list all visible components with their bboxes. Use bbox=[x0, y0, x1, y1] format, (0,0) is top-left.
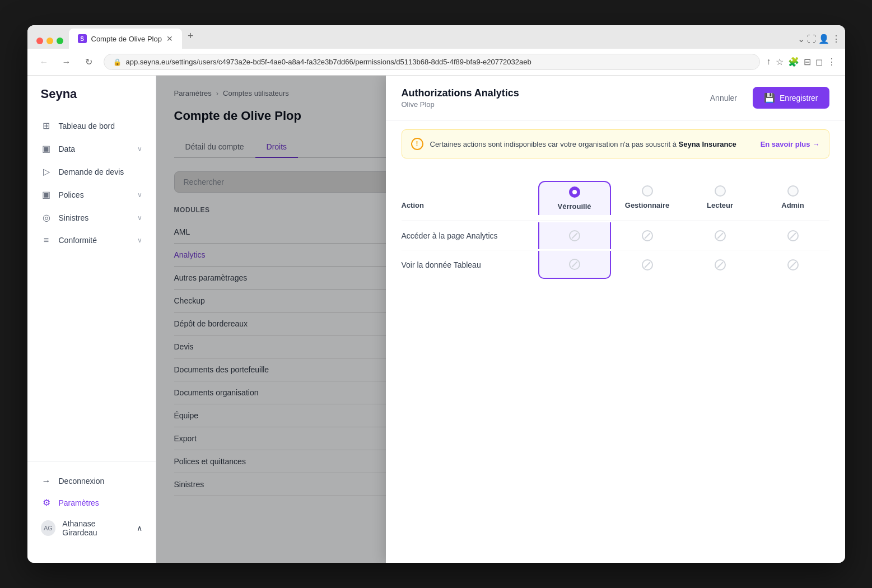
verrouille-radio-header[interactable] bbox=[569, 186, 580, 198]
row1-admin-radio[interactable] bbox=[787, 230, 799, 241]
lecteur-label: Lecteur bbox=[707, 201, 733, 209]
maximize-window-dot[interactable] bbox=[57, 38, 63, 44]
verrouille-column-header[interactable]: Vérrouillé bbox=[538, 181, 611, 215]
menu-icon[interactable]: ⋮ bbox=[832, 34, 841, 44]
sidebar-item-demande-de-devis[interactable]: ▷ Demande de devis bbox=[32, 161, 151, 183]
row2-action: Voir la donnée Tableau bbox=[402, 253, 538, 277]
tab-title: Compte de Olive Plop bbox=[91, 35, 162, 43]
sidebar-item-sinistres[interactable]: ◎ Sinistres ∨ bbox=[32, 207, 151, 228]
tab-close-button[interactable]: ✕ bbox=[166, 34, 173, 43]
minimize-icon[interactable]: ⌄ bbox=[798, 34, 805, 44]
row1-gestionnaire-radio[interactable] bbox=[642, 230, 653, 241]
permission-row-2: Voir la donnée Tableau bbox=[402, 250, 829, 279]
permissions-header-row: Action Vérrouillé Gestionnaire bbox=[402, 181, 829, 221]
url-bar[interactable]: 🔒 app.seyna.eu/settings/users/c4973a2e-b… bbox=[104, 54, 760, 70]
cancel-button[interactable]: Annuler bbox=[701, 89, 746, 107]
browser-window: S Compte de Olive Plop ✕ + ⌄ ⛶ 👤 ⋮ ← → ↻… bbox=[27, 25, 845, 563]
back-button[interactable]: ← bbox=[36, 54, 52, 70]
address-bar: ← → ↻ 🔒 app.seyna.eu/settings/users/c497… bbox=[27, 49, 845, 76]
conformite-icon: ≡ bbox=[41, 235, 52, 245]
row1-action: Accéder à la page Analytics bbox=[402, 223, 538, 248]
alert-text-content: Certaines actions sont indisponibles car… bbox=[430, 140, 679, 148]
sidebar-item-label: Tableau de bord bbox=[59, 122, 115, 130]
row2-verrouille-radio[interactable] bbox=[569, 259, 580, 270]
new-tab-button[interactable]: + bbox=[183, 26, 198, 46]
sidebar-item-data[interactable]: ▣ Data ∨ bbox=[32, 138, 151, 160]
gear-icon: ⚙ bbox=[41, 497, 52, 508]
maximize-icon[interactable]: ⛶ bbox=[807, 34, 816, 44]
modal-title: Authorizations Analytics bbox=[402, 87, 701, 99]
browser-window-controls: ⌄ ⛶ 👤 ⋮ bbox=[798, 34, 841, 49]
extensions-icon[interactable]: 🧩 bbox=[788, 57, 799, 67]
sidebar-bottom: → Deconnexion ⚙ Paramètres AG Athanase G… bbox=[27, 461, 156, 552]
user-name: Athanase Girardeau bbox=[62, 519, 129, 537]
modal-actions: Annuler 💾 Enregistrer bbox=[701, 87, 829, 109]
alert-text: Certaines actions sont indisponibles car… bbox=[430, 140, 754, 148]
row2-admin-cell bbox=[757, 251, 829, 278]
modal-title-block: Authorizations Analytics Olive Plop bbox=[402, 87, 701, 109]
person-icon[interactable]: 👤 bbox=[818, 34, 829, 44]
sidebar-item-parametres[interactable]: ⚙ Paramètres bbox=[32, 492, 151, 514]
sidebar: Seyna ⊞ Tableau de bord ▣ Data ∨ ▷ Deman… bbox=[27, 76, 156, 563]
chevron-down-icon: ∨ bbox=[137, 236, 142, 244]
alert-brand: Seyna Insurance bbox=[679, 140, 736, 148]
sidebar-item-tableau-de-bord[interactable]: ⊞ Tableau de bord bbox=[32, 115, 151, 137]
share-icon[interactable]: ↑ bbox=[767, 57, 771, 67]
lecteur-column-header[interactable]: Lecteur bbox=[684, 181, 757, 214]
sidebar-nav: ⊞ Tableau de bord ▣ Data ∨ ▷ Demande de … bbox=[27, 115, 156, 461]
modal-overlay: Authorizations Analytics Olive Plop Annu… bbox=[156, 76, 845, 563]
sidebar-toggle-icon[interactable]: ⊟ bbox=[804, 57, 811, 67]
row1-admin-cell bbox=[757, 222, 829, 249]
reload-button[interactable]: ↻ bbox=[81, 54, 97, 70]
sidebar-item-user[interactable]: AG Athanase Girardeau ∧ bbox=[32, 514, 151, 543]
sidebar-item-label: Data bbox=[59, 144, 76, 153]
profile-icon[interactable]: ◻ bbox=[815, 57, 823, 67]
sidebar-item-label: Deconnexion bbox=[59, 477, 105, 486]
sidebar-item-label: Demande de devis bbox=[59, 167, 124, 176]
row2-gestionnaire-radio[interactable] bbox=[642, 259, 653, 270]
main-content: Seyna ⊞ Tableau de bord ▣ Data ∨ ▷ Deman… bbox=[27, 76, 845, 563]
star-icon[interactable]: ☆ bbox=[776, 57, 784, 67]
row1-lecteur-cell bbox=[684, 222, 757, 249]
alert-icon: ! bbox=[411, 138, 423, 150]
chevron-down-icon: ∨ bbox=[137, 145, 142, 153]
modal-subtitle: Olive Plop bbox=[402, 100, 701, 109]
row2-lecteur-radio[interactable] bbox=[715, 259, 726, 270]
admin-label: Admin bbox=[781, 201, 804, 209]
row2-admin-radio[interactable] bbox=[787, 259, 799, 270]
admin-column-header[interactable]: Admin bbox=[757, 181, 829, 214]
alert-learn-more-link[interactable]: En savoir plus → bbox=[761, 140, 820, 148]
modal: Authorizations Analytics Olive Plop Annu… bbox=[386, 76, 845, 563]
action-header-label: Action bbox=[402, 201, 424, 209]
url-text: app.seyna.eu/settings/users/c4973a2e-bd5… bbox=[126, 58, 531, 66]
gestionnaire-radio-header[interactable] bbox=[642, 185, 653, 197]
minimize-window-dot[interactable] bbox=[46, 38, 53, 44]
save-button[interactable]: 💾 Enregistrer bbox=[753, 87, 829, 109]
avatar: AG bbox=[41, 520, 56, 536]
lock-icon: 🔒 bbox=[113, 58, 122, 66]
close-window-dot[interactable] bbox=[36, 38, 43, 44]
gestionnaire-label: Gestionnaire bbox=[625, 201, 669, 209]
sidebar-item-conformite[interactable]: ≡ Conformité ∨ bbox=[32, 230, 151, 251]
more-options-icon[interactable]: ⋮ bbox=[827, 57, 836, 67]
sidebar-logo: Seyna bbox=[27, 87, 156, 115]
action-column-header: Action bbox=[402, 181, 538, 214]
row1-verrouille-cell bbox=[538, 222, 611, 249]
active-tab[interactable]: S Compte de Olive Plop ✕ bbox=[69, 29, 182, 49]
alert-banner: ! Certaines actions sont indisponibles c… bbox=[402, 129, 829, 158]
row1-verrouille-radio[interactable] bbox=[569, 230, 580, 241]
sidebar-item-polices[interactable]: ▣ Polices ∨ bbox=[32, 184, 151, 206]
alert-link-arrow: → bbox=[813, 140, 820, 148]
page-area: Paramètres › Comptes utilisateurs Compte… bbox=[156, 76, 845, 563]
user-arrow-icon: ∧ bbox=[137, 524, 142, 533]
address-actions: ↑ ☆ 🧩 ⊟ ◻ ⋮ bbox=[767, 57, 836, 67]
sidebar-item-deconnexion[interactable]: → Deconnexion bbox=[32, 470, 151, 492]
row1-lecteur-radio[interactable] bbox=[715, 230, 726, 241]
admin-radio-header[interactable] bbox=[787, 185, 799, 197]
row1-gestionnaire-cell bbox=[611, 222, 684, 249]
alert-link-label: En savoir plus bbox=[761, 140, 810, 148]
sidebar-item-label: Polices bbox=[59, 190, 84, 199]
lecteur-radio-header[interactable] bbox=[715, 185, 726, 197]
forward-button[interactable]: → bbox=[59, 54, 74, 70]
gestionnaire-column-header[interactable]: Gestionnaire bbox=[611, 181, 684, 214]
